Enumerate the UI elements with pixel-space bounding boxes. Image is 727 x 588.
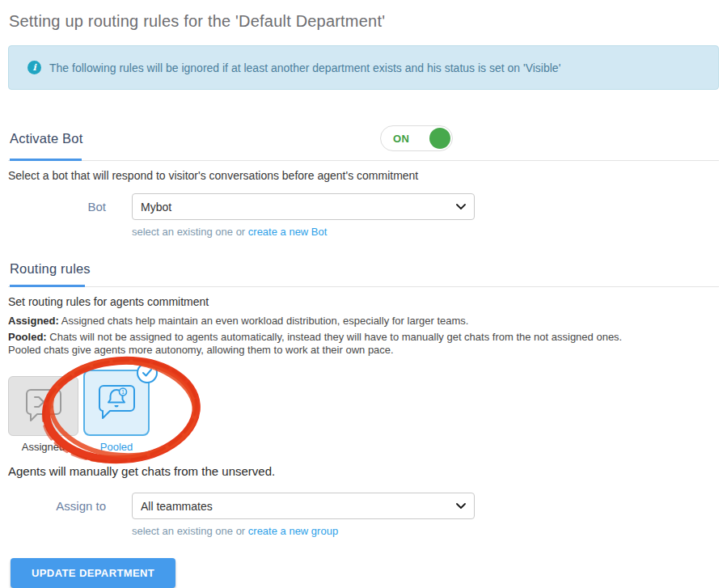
routing-rules-heading: Routing rules [10,261,91,277]
toggle-on-label: ON [393,133,409,145]
routing-options: Assigned 1 Poo [8,370,719,453]
activate-bot-header: Activate Bot ON [10,125,719,151]
assign-to-select[interactable]: All teammates [132,493,475,519]
info-icon: i [27,61,41,74]
bot-select[interactable]: Mybot [132,193,475,220]
bot-helper-text: select an existing one or [132,226,248,238]
bot-helper: select an existing one or create a new B… [132,226,719,238]
bot-field-label: Bot [8,200,106,214]
assign-select-wrap: All teammates [132,493,475,519]
section-divider [8,285,719,287]
assigned-card[interactable] [8,376,78,436]
routing-subtitle: Set routing rules for agents commitment [8,295,719,308]
bot-select-wrap: Mybot [132,193,475,220]
bot-description: Select a bot that will respond to visito… [8,169,719,182]
create-new-bot-link[interactable]: create a new Bot [248,226,328,238]
activate-bot-toggle[interactable]: ON [380,125,453,151]
assigned-description: Assigned: Assigned chats help maintain a… [8,315,719,328]
svg-text:1: 1 [121,389,125,395]
pooled-term: Pooled: [8,331,47,343]
assign-field-label: Assign to [8,499,106,513]
info-banner-text: The following rules will be ignored if a… [49,61,560,74]
pooled-text-2: Pooled chats give agents more autonomy, … [8,344,394,356]
info-banner: i The following rules will be ignored if… [8,45,719,90]
shuffle-bubble-icon [23,387,64,425]
assign-helper: select an existing one or create a new g… [132,525,719,537]
pooled-description: Pooled: Chats will not be assigned to ag… [8,331,719,357]
assign-helper-text: select an existing one or [132,525,248,537]
toggle-knob[interactable] [429,128,450,149]
bot-field-row: Bot Mybot [8,193,719,220]
assign-field-row: Assign to All teammates [8,493,719,519]
activate-bot-heading: Activate Bot [10,131,82,146]
bell-bubble-icon: 1 [95,383,137,422]
pooled-card-label: Pooled [100,441,133,453]
page-title: Setting up routing rules for the 'Defaul… [9,0,719,31]
settings-page: Setting up routing rules for the 'Defaul… [0,0,727,588]
routing-rules-header: Routing rules [10,260,719,277]
update-department-button[interactable]: UPDATE DEPARTMENT [11,558,175,588]
assigned-text: Assigned chats help maintain an even wor… [59,315,469,327]
section-divider [8,159,719,161]
pooled-note: Agents will manually get chats from the … [8,464,719,478]
create-new-group-link[interactable]: create a new group [248,525,338,537]
assigned-term: Assigned: [8,315,59,327]
pooled-text: Chats will not be assigned to agents aut… [47,331,623,343]
routing-option-pooled[interactable]: 1 Pooled [83,370,150,453]
assigned-card-label: Assigned [22,441,65,453]
pooled-card[interactable]: 1 [83,370,150,436]
routing-option-assigned[interactable]: Assigned [8,376,78,453]
selected-check-icon [137,362,158,383]
